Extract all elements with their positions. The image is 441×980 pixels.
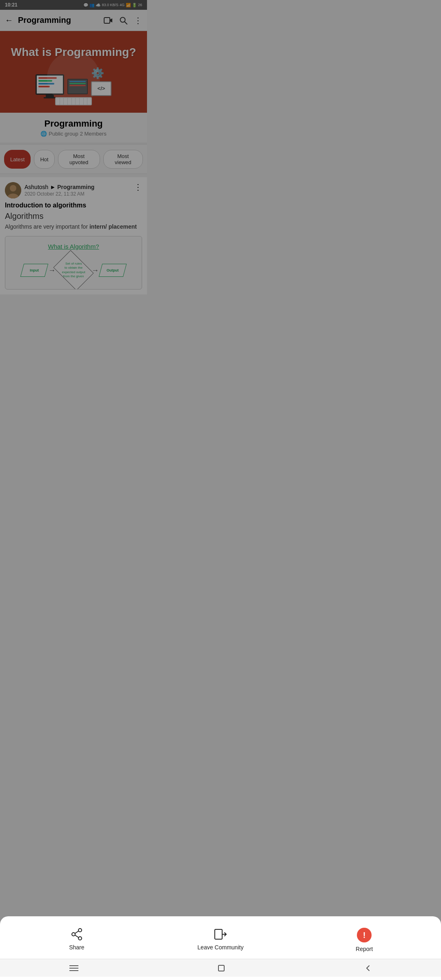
bottom-sheet-overlay[interactable]: [0, 0, 147, 327]
